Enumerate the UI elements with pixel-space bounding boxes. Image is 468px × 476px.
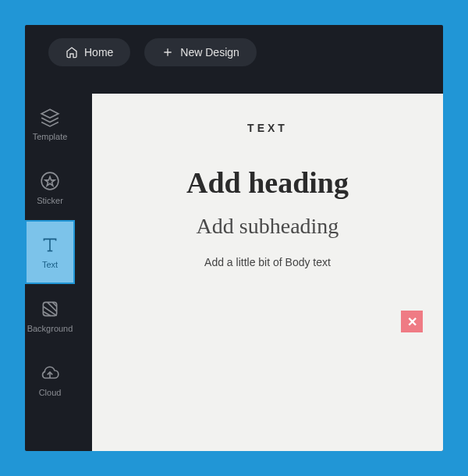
home-button-label: Home — [84, 46, 113, 59]
sidebar-item-background[interactable]: Background — [25, 284, 75, 348]
sidebar-item-sticker[interactable]: Sticker — [25, 156, 75, 220]
text-icon — [40, 235, 60, 255]
new-design-button-label: New Design — [180, 46, 239, 59]
star-circle-icon — [40, 171, 60, 191]
app-frame: Home New Design Template Sticker — [25, 25, 443, 451]
sidebar-item-cloud[interactable]: Cloud — [25, 348, 75, 412]
layers-icon — [40, 107, 60, 127]
sidebar-item-text[interactable]: Text — [25, 220, 75, 284]
new-design-button[interactable]: New Design — [144, 38, 256, 66]
plus-icon — [161, 46, 174, 59]
cloud-upload-icon — [40, 363, 60, 383]
add-subheading-option[interactable]: Add subheading — [197, 214, 339, 239]
sidebar-item-label: Background — [27, 324, 73, 333]
sidebar-item-label: Text — [42, 260, 58, 269]
sidebar-item-label: Cloud — [39, 388, 62, 397]
add-body-text-option[interactable]: Add a little bit of Body text — [204, 256, 331, 268]
sidebar-item-label: Sticker — [37, 196, 63, 205]
sidebar-item-template[interactable]: Template — [25, 92, 75, 156]
topbar: Home New Design — [25, 25, 443, 80]
text-panel: TEXT Add heading Add subheading Add a li… — [92, 94, 443, 451]
sidebar-item-label: Template — [33, 132, 68, 141]
home-icon — [66, 46, 78, 59]
close-icon: ✕ — [407, 314, 417, 329]
pattern-icon — [40, 299, 60, 319]
sidebar: Template Sticker Text — [25, 92, 75, 412]
home-button[interactable]: Home — [48, 38, 130, 66]
close-button[interactable]: ✕ — [401, 311, 423, 332]
svg-marker-2 — [41, 109, 58, 118]
svg-marker-4 — [45, 177, 55, 186]
panel-title: TEXT — [247, 122, 288, 134]
add-heading-option[interactable]: Add heading — [186, 165, 349, 200]
svg-line-8 — [43, 307, 56, 316]
